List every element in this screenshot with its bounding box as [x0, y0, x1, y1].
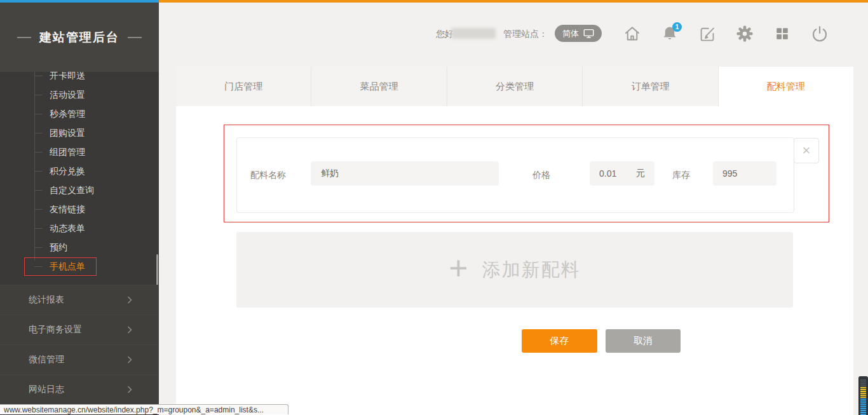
home-button[interactable]: [621, 23, 643, 44]
tab-order-management[interactable]: 订单管理: [583, 67, 718, 106]
sidebar-item-reservation[interactable]: 预约: [0, 238, 159, 257]
username-redacted: [451, 28, 496, 39]
tab-bar: 门店管理 菜品管理 分类管理 订单管理 配料管理: [176, 67, 853, 106]
sidebar-item-mobile-ordering[interactable]: 手机点单: [0, 257, 159, 276]
sidebar-item-group-management[interactable]: 组团管理: [0, 142, 159, 161]
edit-button[interactable]: [696, 23, 718, 44]
chevron-right-icon: [123, 294, 136, 306]
network-meter-widget: [858, 376, 868, 415]
site-label: 管理站点：: [503, 28, 548, 39]
chevron-right-icon: [123, 323, 136, 336]
home-icon: [623, 24, 642, 43]
app-title: 建站管理后台: [39, 29, 119, 46]
status-link-preview: www.websitemanage.cn/website/index.php?_…: [0, 404, 288, 414]
price-unit: 元: [636, 168, 645, 179]
sidebar-submenu: 开卡即送 活动设置 秒杀管理 团购设置 组团管理 积分兑换 自定义查询 友情链接…: [0, 66, 159, 276]
tab-store-management[interactable]: 门店管理: [176, 67, 311, 106]
notifications-button[interactable]: 1: [659, 23, 681, 44]
logout-button[interactable]: [809, 23, 831, 44]
price-label: 价格: [532, 138, 550, 212]
monitor-icon: [583, 29, 594, 39]
sidebar-item-friend-links[interactable]: 友情链接: [0, 200, 159, 219]
sidebar-section-site-logs[interactable]: 网站日志: [0, 374, 159, 405]
sidebar-item-points-exchange[interactable]: 积分兑换: [0, 161, 159, 180]
title-dash-right: [128, 37, 142, 38]
price-input[interactable]: 0.01 元: [590, 161, 654, 186]
tab-ingredient-management[interactable]: 配料管理: [719, 67, 853, 106]
top-strip-orange: [159, 0, 868, 3]
sidebar-title: 建站管理后台: [0, 3, 159, 72]
sidebar-section-statistics[interactable]: 统计报表: [0, 285, 159, 315]
ingredient-card: 配料名称 鲜奶 价格 0.01 元 库存 995: [236, 137, 794, 213]
stock-input[interactable]: 995: [713, 161, 776, 186]
sidebar-item-flash-sale[interactable]: 秒杀管理: [0, 104, 159, 123]
sidebar-item-custom-query[interactable]: 自定义查询: [0, 180, 159, 200]
chevron-right-icon: [123, 383, 136, 396]
sidebar-section-wechat[interactable]: 微信管理: [0, 344, 159, 374]
meter-bars: [860, 379, 866, 415]
language-switch-button[interactable]: 简体: [555, 25, 602, 42]
edit-icon: [698, 24, 717, 43]
close-icon: ×: [803, 142, 811, 159]
save-button[interactable]: 保存: [522, 329, 597, 353]
title-dash-left: [17, 37, 31, 38]
add-new-ingredient-button[interactable]: + 添加新配料: [236, 232, 793, 308]
stock-label: 库存: [672, 138, 690, 212]
tab-category-management[interactable]: 分类管理: [447, 67, 583, 106]
cancel-button[interactable]: 取消: [606, 329, 681, 353]
sidebar-item-groupbuy-settings[interactable]: 团购设置: [0, 123, 159, 142]
power-icon: [810, 24, 829, 43]
sidebar-item-activity-settings[interactable]: 活动设置: [0, 85, 159, 104]
apps-button[interactable]: [771, 23, 793, 44]
sidebar-section-ecommerce[interactable]: 电子商务设置: [0, 315, 159, 344]
sidebar-sections: 统计报表 电子商务设置 微信管理 网站日志: [0, 285, 159, 405]
grid-icon: [773, 25, 791, 43]
bell-icon: 1: [660, 24, 679, 43]
remove-ingredient-button[interactable]: ×: [794, 138, 819, 163]
ingredient-name-label: 配料名称: [250, 138, 286, 212]
gear-icon: [735, 24, 754, 43]
plus-icon: +: [449, 252, 468, 285]
sidebar-item-dynamic-form[interactable]: 动态表单: [0, 219, 159, 238]
tab-dish-management[interactable]: 菜品管理: [311, 67, 447, 106]
admin-page: 开卡即送 活动设置 秒杀管理 团购设置 组团管理 积分兑换 自定义查询 友情链接…: [0, 0, 868, 415]
settings-button[interactable]: [734, 23, 756, 44]
ingredient-name-input[interactable]: 鲜奶: [311, 161, 499, 186]
top-strip-blue: [0, 0, 159, 3]
notification-badge: 1: [672, 22, 682, 32]
chevron-right-icon: [123, 353, 136, 366]
